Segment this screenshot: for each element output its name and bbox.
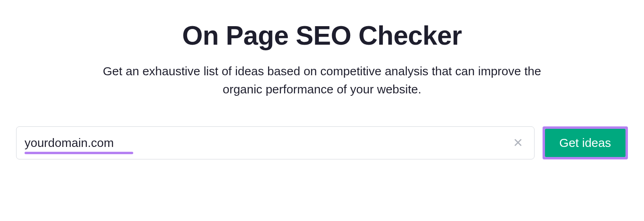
highlight-underline xyxy=(25,152,133,154)
domain-input[interactable] xyxy=(25,127,510,159)
page-title: On Page SEO Checker xyxy=(16,20,628,51)
domain-input-wrapper xyxy=(16,126,535,159)
close-icon xyxy=(513,138,523,149)
submit-highlight-wrapper: Get ideas xyxy=(543,126,628,159)
get-ideas-button[interactable]: Get ideas xyxy=(545,129,625,157)
seo-checker-header: On Page SEO Checker Get an exhaustive li… xyxy=(16,20,628,159)
search-row: Get ideas xyxy=(16,126,628,159)
clear-button[interactable] xyxy=(510,134,526,152)
page-subtitle: Get an exhaustive list of ideas based on… xyxy=(101,62,543,98)
